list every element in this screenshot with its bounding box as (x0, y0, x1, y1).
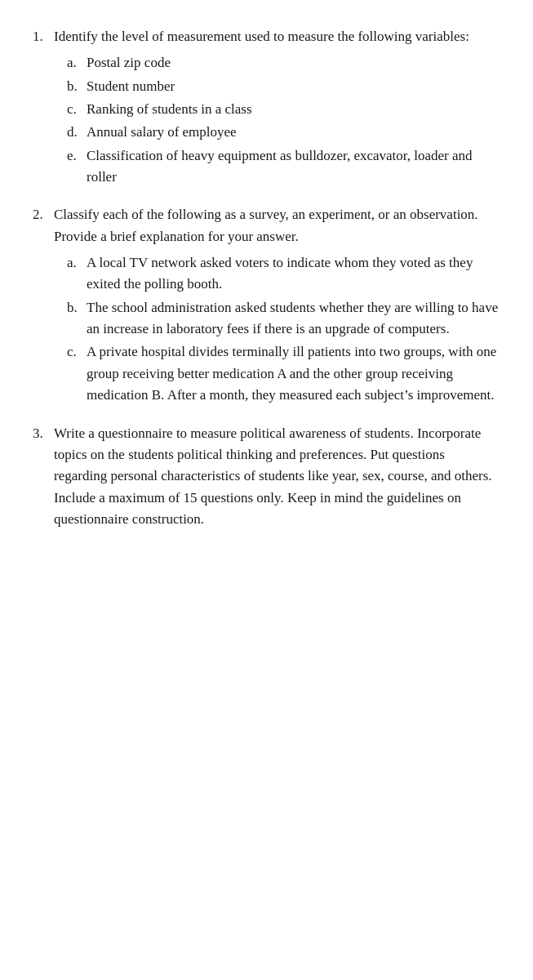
sub-text-2-2: The school administration asked students… (87, 297, 500, 341)
sub-label-1-2: b. (67, 76, 83, 97)
main-item-3: 3.Write a questionnaire to measure polit… (33, 423, 500, 536)
main-text-1: Identify the level of measurement used t… (54, 26, 500, 189)
intro-text-3: Write a questionnaire to measure politic… (54, 423, 500, 531)
sub-item-1-1: a.Postal zip code (67, 52, 500, 74)
sub-item-2-3: c.A private hospital divides terminally … (67, 341, 500, 406)
sub-label-1-5: e. (67, 145, 83, 189)
sub-item-1-3: c.Ranking of students in a class (67, 99, 500, 120)
sub-label-1-4: d. (67, 122, 83, 143)
main-item-1: 1.Identify the level of measurement used… (33, 26, 500, 189)
main-number-3: 3. (33, 423, 51, 536)
sub-label-2-3: c. (67, 341, 83, 406)
sub-text-1-4: Annual salary of employee (87, 122, 500, 143)
sub-text-1-3: Ranking of students in a class (87, 99, 500, 120)
sub-label-2-1: a. (67, 252, 83, 296)
sub-item-2-2: b.The school administration asked studen… (67, 297, 500, 341)
sub-item-1-2: b.Student number (67, 76, 500, 97)
main-content: 1.Identify the level of measurement used… (33, 26, 500, 535)
sub-label-1-3: c. (67, 99, 83, 120)
main-text-3: Write a questionnaire to measure politic… (54, 423, 500, 536)
intro-text-1: Identify the level of measurement used t… (54, 26, 500, 47)
main-number-1: 1. (33, 26, 51, 189)
sub-item-1-5: e.Classification of heavy equipment as b… (67, 145, 500, 189)
sub-label-2-2: b. (67, 297, 83, 341)
sub-label-1-1: a. (67, 52, 83, 74)
main-number-2: 2. (33, 204, 51, 408)
sub-text-1-2: Student number (87, 76, 500, 97)
sub-list-2: a.A local TV network asked voters to ind… (67, 252, 500, 406)
sub-text-1-5: Classification of heavy equipment as bul… (87, 145, 500, 189)
main-text-2: Classify each of the following as a surv… (54, 204, 500, 408)
sub-item-2-1: a.A local TV network asked voters to ind… (67, 252, 500, 296)
intro-text-2: Classify each of the following as a surv… (54, 204, 500, 247)
sub-text-2-3: A private hospital divides terminally il… (87, 341, 500, 406)
sub-list-1: a.Postal zip codeb.Student numberc.Ranki… (67, 52, 500, 188)
sub-item-1-4: d.Annual salary of employee (67, 122, 500, 143)
sub-text-1-1: Postal zip code (87, 52, 500, 74)
sub-text-2-1: A local TV network asked voters to indic… (87, 252, 500, 296)
main-item-2: 2.Classify each of the following as a su… (33, 204, 500, 408)
